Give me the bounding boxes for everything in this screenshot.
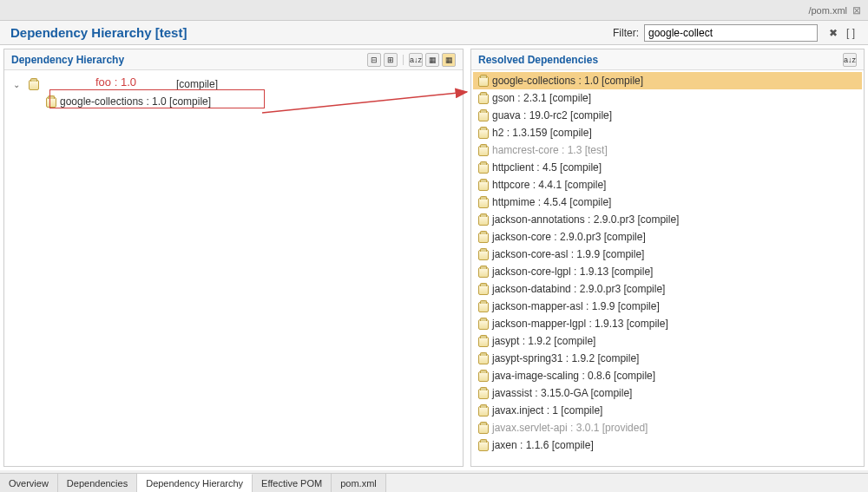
jar-icon xyxy=(44,95,56,108)
resolved-dependency-label: java-image-scaling : 0.8.6 [compile] xyxy=(492,370,655,382)
resolved-dependency-label: h2 : 1.3.159 [compile] xyxy=(492,127,592,139)
resolved-dependency-row[interactable]: jackson-core : 2.9.0.pr3 [compile] xyxy=(473,228,862,246)
jar-icon xyxy=(477,439,489,451)
jar-icon xyxy=(477,352,489,364)
jar-icon xyxy=(477,213,489,226)
expander-icon[interactable]: ⌄ xyxy=(13,80,23,89)
jar-icon xyxy=(477,422,489,434)
jar-icon xyxy=(477,109,489,121)
resolved-dependency-row[interactable]: jackson-mapper-lgpl : 1.9.13 [compile] xyxy=(473,315,862,332)
bottom-tab[interactable]: Effective POM xyxy=(253,474,332,492)
right-panel-body[interactable]: google-collections : 1.0 [compile]gson :… xyxy=(471,70,864,466)
resolved-dependency-label: google-collections : 1.0 [compile] xyxy=(492,75,643,87)
right-panel-title: Resolved Dependencies xyxy=(478,54,598,66)
resolved-dependency-label: jackson-databind : 2.9.0.pr3 [compile] xyxy=(492,283,665,295)
jar-icon xyxy=(477,370,489,382)
resolved-dependency-row[interactable]: jackson-core-lgpl : 1.9.13 [compile] xyxy=(473,263,862,280)
resolved-dependency-row[interactable]: javax.servlet-api : 3.0.1 [provided] xyxy=(473,419,862,436)
sort-icon[interactable]: a↓z xyxy=(843,53,857,67)
resolved-dependency-row[interactable]: hamcrest-core : 1.3 [test] xyxy=(473,141,862,159)
resolved-dependency-row[interactable]: guava : 19.0-rc2 [compile] xyxy=(473,107,862,124)
bottom-tab[interactable]: Dependency Hierarchy xyxy=(137,474,253,492)
resolved-dependency-row[interactable]: jasypt-spring31 : 1.9.2 [compile] xyxy=(473,350,862,367)
resolved-dependency-row[interactable]: jackson-databind : 2.9.0.pr3 [compile] xyxy=(473,280,862,298)
sort-icon[interactable]: a↓z xyxy=(409,53,423,67)
tree-child-row[interactable]: google-collections : 1.0 [compile] xyxy=(10,93,457,110)
jar-icon xyxy=(477,404,489,417)
resolved-dependency-label: httpmime : 4.5.4 [compile] xyxy=(492,196,611,208)
jar-icon xyxy=(477,75,489,87)
jar-icon xyxy=(477,144,489,156)
left-panel-body[interactable]: ⌄ [compile] google-collections : 1.0 [co… xyxy=(4,70,463,466)
resolved-dependency-row[interactable]: google-collections : 1.0 [compile] xyxy=(473,72,862,89)
jar-icon xyxy=(477,92,489,104)
resolved-dependency-row[interactable]: javassist : 3.15.0-GA [compile] xyxy=(473,384,862,402)
filter-label: Filter: xyxy=(613,27,639,39)
resolved-dependency-row[interactable]: javax.inject : 1 [compile] xyxy=(473,402,862,419)
resolved-dependency-label: jaxen : 1.1.6 [compile] xyxy=(492,439,594,451)
main-area: Dependency Hierarchy ⊟ ⊞ | a↓z ▦ ▦ ⌄ [co… xyxy=(0,45,868,470)
resolved-dependency-row[interactable]: gson : 2.3.1 [compile] xyxy=(473,89,862,107)
resolved-dependency-row[interactable]: jackson-mapper-asl : 1.9.9 [compile] xyxy=(473,298,862,315)
tree-root-scope: [compile] xyxy=(176,78,218,90)
right-panel-header: Resolved Dependencies a↓z xyxy=(471,49,864,70)
jar-icon xyxy=(477,248,489,260)
resolved-dependency-label: jasypt-spring31 : 1.9.2 [compile] xyxy=(492,352,639,364)
resolved-dependency-label: javax.inject : 1 [compile] xyxy=(492,404,602,417)
tree-root-row[interactable]: ⌄ [compile] xyxy=(10,75,457,93)
resolved-dependency-row[interactable]: httpmime : 4.5.4 [compile] xyxy=(473,194,862,211)
resolved-dependency-label: jackson-annotations : 2.9.0.pr3 [compile… xyxy=(492,213,679,226)
collapse-all-icon[interactable]: ⊟ xyxy=(367,53,381,67)
resolved-dependency-label: jackson-core-lgpl : 1.9.13 [compile] xyxy=(492,266,653,278)
resolved-dependency-row[interactable]: jaxen : 1.1.6 [compile] xyxy=(473,436,862,454)
resolved-dependencies-panel: Resolved Dependencies a↓z google-collect… xyxy=(470,49,865,467)
jar-icon xyxy=(477,231,489,243)
editor-tab-bar: /pom.xml ⊠ xyxy=(0,0,868,21)
nested-view-icon[interactable]: ▦ xyxy=(425,53,439,67)
dependency-hierarchy-panel: Dependency Hierarchy ⊟ ⊞ | a↓z ▦ ▦ ⌄ [co… xyxy=(3,49,464,467)
filter-area: Filter: ✖ [ ] xyxy=(613,24,858,42)
left-panel-header: Dependency Hierarchy ⊟ ⊞ | a↓z ▦ ▦ xyxy=(4,49,463,70)
jar-icon xyxy=(477,127,489,139)
file-path-label: /pom.xml xyxy=(808,5,847,16)
jar-icon xyxy=(477,196,489,208)
resolved-dependency-label: javassist : 3.15.0-GA [compile] xyxy=(492,387,632,399)
resolved-dependency-label: gson : 2.3.1 [compile] xyxy=(492,92,591,104)
jar-icon xyxy=(477,161,489,174)
jar-icon xyxy=(477,179,489,191)
resolved-dependency-row[interactable]: jackson-core-asl : 1.9.9 [compile] xyxy=(473,246,862,263)
close-tab-button[interactable]: ⊠ xyxy=(852,4,861,16)
resolved-dependency-label: httpclient : 4.5 [compile] xyxy=(492,161,602,174)
bottom-tab[interactable]: Dependencies xyxy=(58,474,137,492)
resolved-dependency-label: javax.servlet-api : 3.0.1 [provided] xyxy=(492,422,648,434)
jar-icon xyxy=(477,300,489,312)
resolved-dependency-label: httpcore : 4.4.1 [compile] xyxy=(492,179,606,191)
resolved-dependency-row[interactable]: jasypt : 1.9.2 [compile] xyxy=(473,332,862,350)
page-title: Dependency Hierarchy [test] xyxy=(10,25,187,40)
expand-all-icon[interactable]: ⊞ xyxy=(384,53,398,67)
filter-input[interactable] xyxy=(644,24,818,42)
highlight-icon[interactable]: ▦ xyxy=(442,53,456,67)
bottom-tab-bar: OverviewDependenciesDependency Hierarchy… xyxy=(0,473,868,492)
jar-icon xyxy=(477,266,489,278)
toggle-brackets-icon[interactable]: [ ] xyxy=(844,26,858,40)
jar-icon xyxy=(477,387,489,399)
bottom-tab[interactable]: pom.xml xyxy=(332,474,386,492)
resolved-dependency-label: jackson-core-asl : 1.9.9 [compile] xyxy=(492,248,644,260)
resolved-dependency-row[interactable]: httpcore : 4.4.1 [compile] xyxy=(473,176,862,194)
resolved-dependency-label: jasypt : 1.9.2 [compile] xyxy=(492,335,595,347)
bottom-tab[interactable]: Overview xyxy=(0,474,58,492)
resolved-dependency-row[interactable]: h2 : 1.3.159 [compile] xyxy=(473,124,862,141)
jar-icon xyxy=(477,335,489,347)
resolved-dependency-label: jackson-core : 2.9.0.pr3 [compile] xyxy=(492,231,646,243)
tree-child-label: google-collections : 1.0 [compile] xyxy=(60,95,211,108)
resolved-dependency-row[interactable]: httpclient : 4.5 [compile] xyxy=(473,159,862,176)
resolved-dependency-row[interactable]: jackson-annotations : 2.9.0.pr3 [compile… xyxy=(473,211,862,228)
title-bar: Dependency Hierarchy [test] Filter: ✖ [ … xyxy=(0,21,868,45)
resolved-dependency-label: jackson-mapper-asl : 1.9.9 [compile] xyxy=(492,300,660,312)
separator-icon: | xyxy=(400,53,406,67)
jar-icon xyxy=(477,283,489,295)
resolved-dependency-label: guava : 19.0-rc2 [compile] xyxy=(492,109,612,121)
clear-filter-icon[interactable]: ✖ xyxy=(826,26,840,40)
resolved-dependency-row[interactable]: java-image-scaling : 0.8.6 [compile] xyxy=(473,367,862,384)
